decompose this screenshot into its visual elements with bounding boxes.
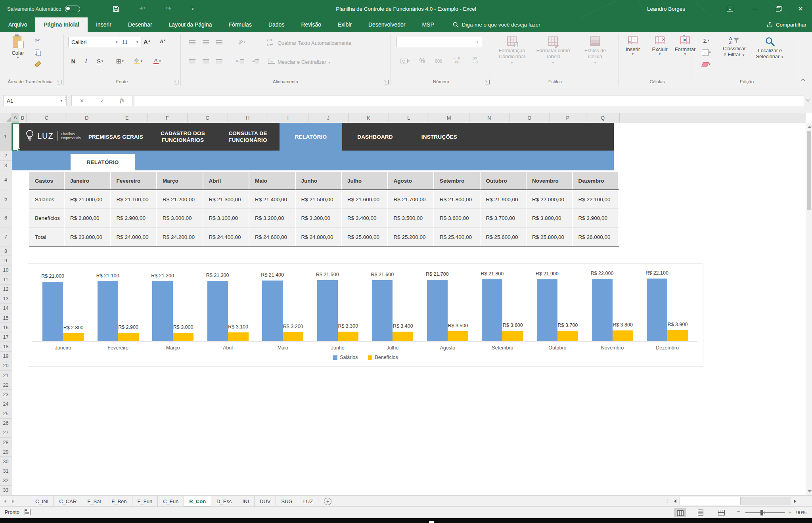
nav-item-premissas-gerais[interactable]: PREMISSAS GERAIS — [85, 123, 147, 151]
select-all-corner[interactable] — [0, 113, 12, 122]
column-header-P[interactable]: P — [550, 113, 586, 122]
table-cell-value[interactable]: R$ 25.200,00 — [388, 227, 435, 246]
bar-beneficios-junho[interactable] — [338, 332, 358, 341]
bar-salarios-abril[interactable] — [207, 281, 228, 341]
bar-beneficios-agosto[interactable] — [448, 331, 468, 341]
column-header-Q[interactable]: Q — [586, 113, 620, 122]
row-header-17[interactable]: 17 — [0, 332, 11, 342]
column-headers[interactable]: ABCDEFGHIJKLMNOPQ — [0, 113, 806, 123]
table-cell-value[interactable]: R$ 24.600,00 — [249, 227, 296, 246]
sheet-tab-sug[interactable]: SUG — [276, 496, 298, 507]
column-header-J[interactable]: J — [308, 113, 349, 122]
fill-color-button[interactable]: ▼ — [132, 56, 145, 66]
table-cell-value[interactable]: R$ 3.600,00 — [434, 208, 481, 227]
cancel-entry-icon[interactable]: ✕ — [80, 98, 84, 104]
increase-font-button[interactable]: A▲ — [142, 37, 152, 46]
table-cell-value[interactable]: R$ 3.900,00 — [573, 208, 619, 227]
horizontal-scroll-thumb[interactable] — [680, 497, 741, 505]
number-dialog-launcher[interactable]: ↘ — [485, 80, 490, 84]
column-header-K[interactable]: K — [349, 113, 389, 122]
row-header-18[interactable]: 18 — [0, 342, 11, 352]
zoom-out-button[interactable]: − — [737, 508, 740, 515]
row-header-16[interactable]: 16 — [0, 323, 11, 332]
restore-button[interactable] — [769, 0, 787, 17]
insert-cells-button[interactable]: ← Inserir ▼ — [622, 36, 644, 56]
row-header-5[interactable]: 5 — [0, 189, 11, 208]
menu-tab-fórmulas[interactable]: Fórmulas — [220, 17, 260, 32]
zoom-in-button[interactable]: + — [788, 508, 792, 515]
row-header-20[interactable]: 20 — [0, 361, 11, 371]
row-header-30[interactable]: 30 — [0, 457, 11, 466]
scroll-up-icon[interactable] — [808, 126, 812, 128]
hscroll-right-icon[interactable] — [794, 499, 796, 503]
menu-tab-desenvolvedor[interactable]: Desenvolvedor — [360, 17, 414, 32]
tell-me-search[interactable]: Diga-me o que você deseja fazer — [442, 17, 540, 32]
align-bottom-button[interactable] — [214, 37, 224, 47]
increase-indent-button[interactable]: ⇥ — [250, 56, 260, 66]
clear-button[interactable]: ▼ — [699, 59, 714, 69]
bar-beneficios-janeiro[interactable] — [63, 333, 84, 341]
column-header-O[interactable]: O — [509, 113, 550, 122]
row-header-24[interactable]: 24 — [0, 399, 11, 409]
menu-tab-desenhar[interactable]: Desenhar — [120, 17, 161, 32]
vertical-scroll-thumb[interactable] — [807, 131, 811, 210]
sheet-prev-icon[interactable] — [4, 499, 6, 503]
comma-format-button[interactable]: 000 — [432, 56, 445, 66]
column-header-A[interactable]: A — [12, 113, 19, 122]
font-dialog-launcher[interactable]: ↘ — [174, 80, 178, 84]
table-cell-label[interactable]: Benefícios — [29, 208, 65, 227]
table-cell-value[interactable]: R$ 2.800,00 — [65, 208, 111, 227]
column-header-I[interactable]: I — [268, 113, 308, 122]
view-page-break-button[interactable] — [715, 508, 727, 517]
row-header-26[interactable]: 26 — [0, 419, 11, 428]
menu-tab-dados[interactable]: Dados — [260, 17, 293, 32]
row-header-15[interactable]: 15 — [0, 313, 11, 323]
bar-beneficios-abril[interactable] — [228, 332, 249, 341]
bar-beneficios-dezembro[interactable] — [667, 330, 688, 341]
column-header-F[interactable]: F — [147, 113, 188, 122]
menu-tab-revisão[interactable]: Revisão — [293, 17, 329, 32]
merge-center-button[interactable]: Mesclar e Centralizar ▼ — [278, 59, 331, 65]
format-cells-button[interactable]: ↔ Formatar ▼ — [674, 36, 696, 56]
nav-item-relatório[interactable]: RELATÓRIO — [280, 123, 342, 151]
table-cell-value[interactable]: R$ 22.100,00 — [573, 189, 619, 208]
align-top-button[interactable] — [187, 37, 197, 47]
menu-tab-arquivo[interactable]: Arquivo — [0, 17, 35, 32]
menu-tab-exibir[interactable]: Exibir — [329, 17, 360, 32]
font-size-select[interactable]: 11▼ — [119, 37, 142, 47]
bar-salarios-janeiro[interactable] — [42, 282, 63, 341]
report-subtab[interactable]: RELATÓRIO — [71, 154, 135, 170]
sheet-tab-d_esc[interactable]: D_Esc — [211, 496, 237, 507]
table-cell-value[interactable]: R$ 21.400,00 — [249, 189, 296, 208]
font-color-button[interactable]: A ▼ — [151, 56, 164, 66]
percent-format-button[interactable]: % — [417, 56, 427, 66]
bar-salarios-outubro[interactable] — [537, 279, 557, 341]
legend-item-salários[interactable]: Salários — [333, 355, 358, 360]
fill-button[interactable]: ↓▼ — [699, 48, 714, 57]
sheetbar-resize-handle[interactable]: ⋮ — [665, 498, 670, 504]
row-header-19[interactable]: 19 — [0, 352, 11, 361]
legend-item-benefícios[interactable]: Benefícios — [368, 355, 398, 360]
row-header-12[interactable]: 12 — [0, 285, 11, 294]
table-cell-value[interactable]: R$ 3.500,00 — [388, 208, 435, 227]
table-cell-value[interactable]: R$ 3.000,00 — [157, 208, 203, 227]
bar-beneficios-novembro[interactable] — [613, 330, 633, 341]
row-header-29[interactable]: 29 — [0, 447, 11, 457]
bar-beneficios-fevereiro[interactable] — [118, 333, 139, 341]
decrease-decimal-button[interactable]: .00→.0 — [467, 55, 481, 65]
row-header-2[interactable]: 2 — [0, 151, 11, 161]
italic-button[interactable]: I — [81, 56, 91, 66]
row-header-11[interactable]: 11 — [0, 275, 11, 284]
column-header-N[interactable]: N — [469, 113, 510, 122]
row-header-32[interactable]: 32 — [0, 476, 11, 486]
table-header-month[interactable]: Agosto — [388, 172, 435, 189]
scroll-down-icon[interactable] — [808, 490, 812, 492]
bar-salarios-junho[interactable] — [317, 280, 338, 341]
table-cell-value[interactable]: R$ 24.800,00 — [296, 227, 342, 246]
sheet-tab-c_ini[interactable]: C_INI — [30, 496, 54, 507]
column-header-G[interactable]: G — [188, 113, 228, 122]
row-header-6[interactable]: 6 — [0, 208, 11, 227]
align-center-button[interactable] — [201, 56, 211, 66]
table-cell-value[interactable]: R$ 21.700,00 — [388, 189, 435, 208]
table-cell-value[interactable]: R$ 25.000,00 — [342, 227, 388, 246]
